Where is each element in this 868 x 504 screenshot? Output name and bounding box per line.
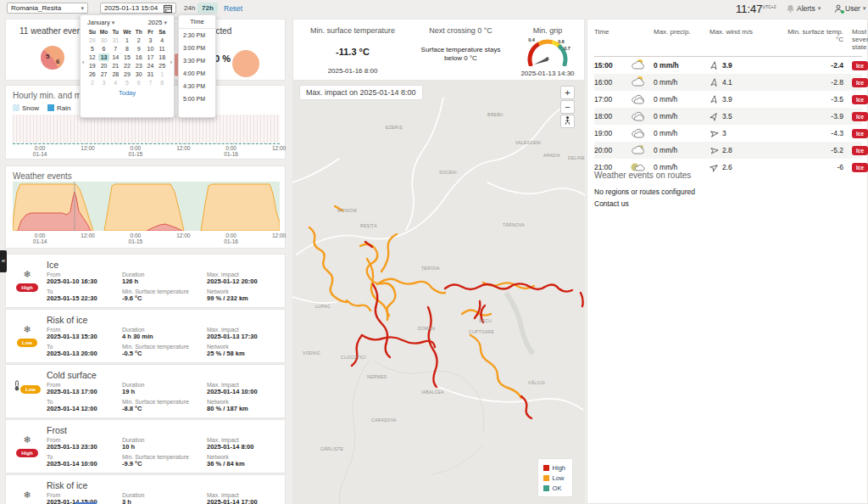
calendar-day[interactable]: 15 — [121, 53, 133, 61]
calendar-day[interactable]: 21 — [109, 62, 121, 70]
calendar-day[interactable]: 16 — [133, 53, 145, 61]
clock: 11:47UTC+2 — [736, 3, 776, 15]
calendar-prev-week-icon[interactable]: ‹ — [82, 59, 84, 65]
col-precip: Max. precip. — [654, 28, 709, 51]
contact-us-link[interactable]: Contact us — [594, 199, 629, 208]
map-town-label: GÂRLIȘTE — [320, 446, 343, 451]
calendar-day[interactable]: 5 — [86, 45, 98, 53]
card-field: Max. impact2025-01-14 10:00 — [207, 382, 281, 399]
routes-section-title: Weather events on routes — [594, 171, 691, 180]
calendar-day[interactable]: 7 — [109, 45, 121, 53]
forecast-row[interactable]: 18:000 mm/h3.5-3.9Ice — [594, 108, 862, 125]
zoom-in-button[interactable]: + — [560, 86, 575, 99]
calendar-day[interactable]: 19 — [86, 62, 98, 70]
range-toggle-24h[interactable]: 24h — [181, 3, 198, 14]
calendar-day[interactable]: 1 — [121, 36, 133, 44]
calendar-day[interactable]: 30 — [133, 70, 145, 78]
route-high[interactable] — [352, 242, 583, 418]
year-select[interactable]: 2025 ▾ — [148, 19, 167, 26]
calendar-day[interactable]: 11 — [156, 45, 168, 53]
forecast-row[interactable]: 16:000 mm/h4.1-2.8Ice — [594, 74, 862, 91]
calendar-day[interactable]: 8 — [156, 79, 168, 87]
weather-event-card[interactable]: ❄HighFrostFrom2025-01-13 23:30Duration10… — [5, 419, 286, 473]
calendar-icon[interactable] — [164, 4, 172, 13]
user-menu[interactable]: User ▾ — [834, 4, 865, 13]
map-impact-chip: Max. impact on 2025-01-14 8:00 — [299, 85, 423, 100]
forecast-row[interactable]: 19:000 mm/h3-4.3Ice — [594, 125, 862, 142]
weather-event-card[interactable]: ❄LowRisk of iceFrom2025-01-14 15:00Durat… — [5, 474, 286, 504]
state-badge: Ice — [852, 95, 868, 104]
calendar-day[interactable]: 4 — [109, 79, 121, 87]
x-axis-tick: 12:00 — [176, 145, 190, 151]
state-badge: Ice — [852, 112, 868, 121]
calendar-day[interactable]: 17 — [145, 53, 157, 61]
calendar-day[interactable]: 6 — [133, 79, 145, 87]
weather-event-card[interactable]: ❄LowRisk of iceFrom2025-01-13 15:30Durat… — [5, 309, 286, 363]
calendar-day[interactable]: 31 — [145, 70, 157, 78]
calendar-day[interactable]: 5 — [121, 79, 133, 87]
calendar-day[interactable]: 20 — [98, 62, 110, 70]
calendar-day[interactable]: 30 — [98, 36, 110, 44]
calendar-day[interactable]: 29 — [86, 36, 98, 44]
calendar-day[interactable]: 31 — [109, 36, 121, 44]
calendar-day[interactable]: 24 — [145, 62, 157, 70]
clouds-icon — [628, 109, 654, 123]
forecast-row[interactable]: 15:000 mm/h3.9-2.4Ice — [594, 57, 862, 74]
calendar-day[interactable]: 3 — [145, 36, 157, 44]
calendar-day[interactable]: 18 — [156, 53, 168, 61]
road-network-map[interactable]: EZERIȘBREBUVALEADENIAPADIADELINEȘTISOCEN… — [292, 81, 585, 504]
calendar-today-button[interactable]: Today — [81, 87, 174, 97]
calendar-day[interactable]: 3 — [98, 79, 110, 87]
month-select[interactable]: January ▾ — [87, 19, 114, 26]
weather-event-card[interactable]: LowCold surfaceFrom2025-01-13 17:00Durat… — [5, 364, 286, 418]
time-option[interactable]: 4:30 PM — [179, 80, 215, 92]
datetime-input[interactable]: 2025-01-13 15:04 — [100, 3, 176, 14]
calendar-day[interactable]: 14 — [109, 53, 121, 61]
alerts-menu[interactable]: Alerts ▾ — [787, 4, 821, 13]
calendar-day[interactable]: 4 — [156, 36, 168, 44]
calendar-day[interactable]: 2 — [86, 79, 98, 87]
time-option[interactable]: 3:00 PM — [179, 42, 215, 54]
region-select[interactable]: Romania_Resita ▾ — [7, 3, 88, 14]
time-option[interactable]: 2:30 PM — [179, 29, 215, 42]
weather-event-card[interactable]: ❄HighIceFrom2025-01-10 16:30Duration126 … — [5, 254, 286, 308]
chevron-down-icon: ▾ — [81, 5, 84, 12]
calendar-day[interactable]: 29 — [121, 70, 133, 78]
row-state: Ice — [852, 78, 868, 87]
range-toggle-72h[interactable]: 72h — [198, 3, 218, 14]
time-option[interactable]: 5:00 PM — [179, 92, 215, 105]
calendar-day[interactable]: 10 — [145, 45, 157, 53]
calendar-day[interactable]: 25 — [156, 62, 168, 70]
calendar-day[interactable]: 8 — [121, 45, 133, 53]
calendar-day[interactable]: 28 — [109, 70, 121, 78]
calendar-day[interactable]: 1 — [156, 70, 168, 78]
alerts-label: Alerts — [797, 4, 815, 13]
calendar-day[interactable]: 22 — [121, 62, 133, 70]
row-wind: 3.9 — [709, 95, 784, 104]
reset-button[interactable]: Reset — [224, 4, 242, 13]
calendar-day[interactable]: 9 — [133, 45, 145, 53]
zoom-out-button[interactable]: − — [560, 100, 575, 114]
calendar-next-week-icon[interactable]: › — [170, 59, 172, 65]
calendar-day[interactable]: 27 — [98, 70, 110, 78]
time-option[interactable]: 4:00 PM — [179, 67, 215, 80]
row-precip: 0 mm/h — [654, 61, 709, 70]
calendar-day[interactable]: 6 — [98, 45, 110, 53]
calendar-day[interactable]: 12 — [86, 53, 98, 61]
calendar-day[interactable]: 26 — [86, 70, 98, 78]
calendar-day[interactable]: 2 — [133, 36, 145, 44]
calendar-day[interactable]: 7 — [145, 79, 157, 87]
calendar-day[interactable]: 23 — [133, 62, 145, 70]
row-surface-temp: -3.5 — [784, 95, 852, 104]
locate-button[interactable] — [560, 115, 575, 128]
calendar-day-name: Su — [86, 28, 98, 36]
stat-value: Surface temperature stays below 0 °C — [412, 46, 509, 63]
calendar-popup: January ▾ 2025 ▾ SuMoTuWeThFrSa293031123… — [80, 14, 175, 118]
forecast-row[interactable]: 17:000 mm/h3.9-3.5Ice — [594, 91, 862, 108]
time-option[interactable]: 3:30 PM — [179, 54, 215, 67]
calendar-day-selected[interactable]: 13 — [98, 53, 110, 61]
event-title: Cold surface — [47, 370, 97, 380]
clouds-icon — [628, 92, 654, 106]
collapse-sidebar-button[interactable]: « — [0, 250, 7, 272]
forecast-row[interactable]: 20:000 mm/h2.8-5.2Ice — [594, 142, 862, 159]
